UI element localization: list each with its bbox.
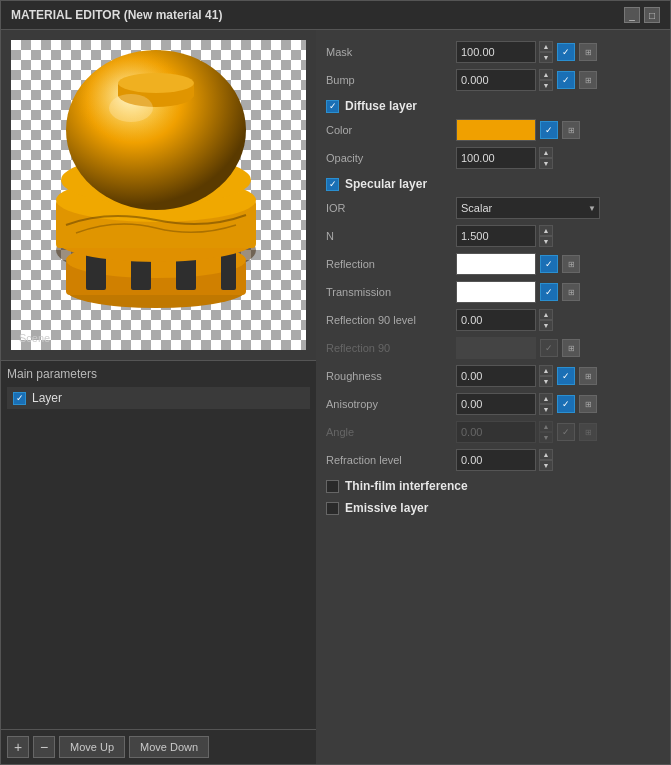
roughness-spin-up[interactable]: ▲ xyxy=(539,365,553,376)
emissive-checkbox[interactable] xyxy=(326,502,339,515)
specular-layer-header: Specular layer xyxy=(326,172,660,194)
reflection-90-check xyxy=(540,339,558,357)
roughness-check[interactable] xyxy=(557,367,575,385)
move-down-button[interactable]: Move Down xyxy=(129,736,209,758)
layer-checkbox[interactable] xyxy=(13,392,26,405)
anisotropy-check[interactable] xyxy=(557,395,575,413)
reflection-90-row: Reflection 90 ⊞ xyxy=(326,334,660,362)
refraction-spinner[interactable]: ▲ ▼ xyxy=(539,449,553,471)
reflection-90-level-input[interactable] xyxy=(456,309,536,331)
title-bar-controls: _ □ xyxy=(624,7,660,23)
color-label: Color xyxy=(326,124,456,136)
anisotropy-spin-up[interactable]: ▲ xyxy=(539,393,553,404)
ior-select[interactable]: Scalar Physical Custom xyxy=(456,197,600,219)
n-spin-up[interactable]: ▲ xyxy=(539,225,553,236)
reflection-grid[interactable]: ⊞ xyxy=(562,255,580,273)
reflection-90-level-spinner[interactable]: ▲ ▼ xyxy=(539,309,553,331)
anisotropy-spin-down[interactable]: ▼ xyxy=(539,404,553,415)
mask-grid[interactable]: ⊞ xyxy=(579,43,597,61)
mask-check[interactable] xyxy=(557,43,575,61)
n-label: N xyxy=(326,230,456,242)
transmission-grid[interactable]: ⊞ xyxy=(562,283,580,301)
roughness-spin-down[interactable]: ▼ xyxy=(539,376,553,387)
reflection-row: Reflection ⊞ xyxy=(326,250,660,278)
opacity-input[interactable] xyxy=(456,147,536,169)
transmission-controls: ⊞ xyxy=(456,281,660,303)
params-panel: Main parameters Layer xyxy=(1,360,316,729)
preview-area: Scene xyxy=(11,40,306,350)
refraction-spin-up[interactable]: ▲ xyxy=(539,449,553,460)
restore-button[interactable]: □ xyxy=(644,7,660,23)
roughness-spinner[interactable]: ▲ ▼ xyxy=(539,365,553,387)
ior-dropdown-wrapper: Scalar Physical Custom xyxy=(456,197,600,219)
scene-label: Scene xyxy=(19,332,50,344)
color-grid[interactable]: ⊞ xyxy=(562,121,580,139)
title-bar: MATERIAL EDITOR (New material 41) _ □ xyxy=(1,1,670,30)
mask-controls: ▲ ▼ ⊞ xyxy=(456,41,660,63)
color-row: Color ⊞ xyxy=(326,116,660,144)
bump-input[interactable] xyxy=(456,69,536,91)
reflection-controls: ⊞ xyxy=(456,253,660,275)
svg-point-17 xyxy=(109,94,153,122)
roughness-input[interactable] xyxy=(456,365,536,387)
roughness-grid[interactable]: ⊞ xyxy=(579,367,597,385)
opacity-row: Opacity ▲ ▼ xyxy=(326,144,660,172)
opacity-spinner[interactable]: ▲ ▼ xyxy=(539,147,553,169)
layer-label: Layer xyxy=(32,391,62,405)
n-spin-down[interactable]: ▼ xyxy=(539,236,553,247)
bump-spinner[interactable]: ▲ ▼ xyxy=(539,69,553,91)
mask-spin-up[interactable]: ▲ xyxy=(539,41,553,52)
refraction-level-input[interactable] xyxy=(456,449,536,471)
reflection-swatch[interactable] xyxy=(456,253,536,275)
anisotropy-controls: ▲ ▼ ⊞ xyxy=(456,393,660,415)
bottom-bar: + − Move Up Move Down xyxy=(1,729,316,764)
minimize-button[interactable]: _ xyxy=(624,7,640,23)
refraction-level-row: Refraction level ▲ ▼ xyxy=(326,446,660,474)
mask-spin-down[interactable]: ▼ xyxy=(539,52,553,63)
n-row: N ▲ ▼ xyxy=(326,222,660,250)
thin-film-header: Thin-film interference xyxy=(326,474,660,496)
r90-spin-up[interactable]: ▲ xyxy=(539,309,553,320)
transmission-check[interactable] xyxy=(540,283,558,301)
specular-checkbox[interactable] xyxy=(326,178,339,191)
transmission-swatch[interactable] xyxy=(456,281,536,303)
angle-input xyxy=(456,421,536,443)
roughness-controls: ▲ ▼ ⊞ xyxy=(456,365,660,387)
angle-spin-down: ▼ xyxy=(539,432,553,443)
bump-row: Bump ▲ ▼ ⊞ xyxy=(326,66,660,94)
svg-point-16 xyxy=(118,73,194,93)
sphere-preview xyxy=(26,50,291,340)
anisotropy-spinner[interactable]: ▲ ▼ xyxy=(539,393,553,415)
move-up-button[interactable]: Move Up xyxy=(59,736,125,758)
n-input[interactable] xyxy=(456,225,536,247)
roughness-row: Roughness ▲ ▼ ⊞ xyxy=(326,362,660,390)
bump-spin-down[interactable]: ▼ xyxy=(539,80,553,91)
diffuse-checkbox[interactable] xyxy=(326,100,339,113)
anisotropy-input[interactable] xyxy=(456,393,536,415)
r90-spin-down[interactable]: ▼ xyxy=(539,320,553,331)
bump-spin-up[interactable]: ▲ xyxy=(539,69,553,80)
opacity-spin-up[interactable]: ▲ xyxy=(539,147,553,158)
add-button[interactable]: + xyxy=(7,736,29,758)
color-check[interactable] xyxy=(540,121,558,139)
n-spinner[interactable]: ▲ ▼ xyxy=(539,225,553,247)
anisotropy-label: Anisotropy xyxy=(326,398,456,410)
refraction-spin-down[interactable]: ▼ xyxy=(539,460,553,471)
remove-button[interactable]: − xyxy=(33,736,55,758)
params-title: Main parameters xyxy=(7,367,310,381)
ior-label: IOR xyxy=(326,202,456,214)
emissive-layer-title: Emissive layer xyxy=(345,501,428,515)
reflection-check[interactable] xyxy=(540,255,558,273)
thin-film-checkbox[interactable] xyxy=(326,480,339,493)
bump-check[interactable] xyxy=(557,71,575,89)
layer-item[interactable]: Layer xyxy=(7,387,310,409)
n-controls: ▲ ▼ xyxy=(456,225,660,247)
transmission-label: Transmission xyxy=(326,286,456,298)
mask-input[interactable] xyxy=(456,41,536,63)
anisotropy-grid[interactable]: ⊞ xyxy=(579,395,597,413)
opacity-spin-down[interactable]: ▼ xyxy=(539,158,553,169)
mask-spinner[interactable]: ▲ ▼ xyxy=(539,41,553,63)
color-swatch[interactable] xyxy=(456,119,536,141)
opacity-controls: ▲ ▼ xyxy=(456,147,660,169)
bump-grid[interactable]: ⊞ xyxy=(579,71,597,89)
